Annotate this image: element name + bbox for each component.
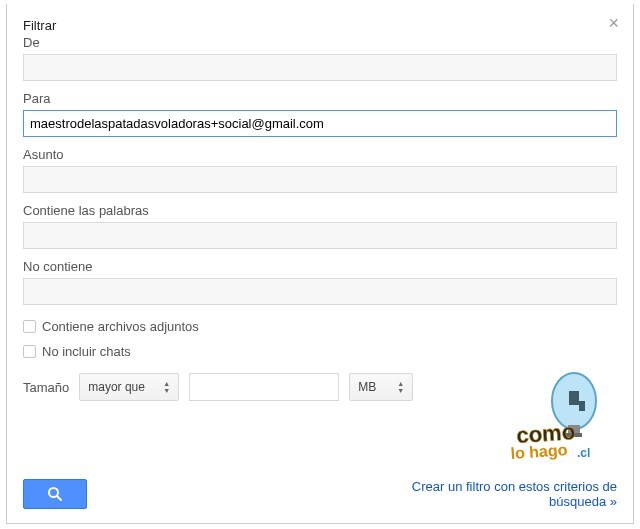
from-input[interactable] xyxy=(23,54,617,81)
chevron-updown-icon: ▲▼ xyxy=(163,380,170,394)
size-unit-select[interactable]: MB ▲▼ xyxy=(349,373,413,401)
subject-input[interactable] xyxy=(23,166,617,193)
size-label: Tamaño xyxy=(23,380,69,395)
subject-label: Asunto xyxy=(23,147,617,162)
svg-line-7 xyxy=(57,496,61,500)
size-operator-value: mayor que xyxy=(88,380,145,394)
to-label: Para xyxy=(23,91,617,106)
exclude-chats-label: No incluir chats xyxy=(42,344,131,359)
has-attachment-row[interactable]: Contiene archivos adjuntos xyxy=(23,319,617,334)
size-value-input[interactable] xyxy=(189,373,339,401)
svg-text:lo hago: lo hago xyxy=(510,441,568,462)
has-attachment-checkbox[interactable] xyxy=(23,320,36,333)
exclude-chats-row[interactable]: No incluir chats xyxy=(23,344,617,359)
has-words-input[interactable] xyxy=(23,222,617,249)
has-attachment-label: Contiene archivos adjuntos xyxy=(42,319,199,334)
doesnt-have-label: No contiene xyxy=(23,259,617,274)
chevron-updown-icon: ▲▼ xyxy=(397,380,404,394)
size-operator-select[interactable]: mayor que ▲▼ xyxy=(79,373,179,401)
svg-text:.cl: .cl xyxy=(577,446,590,460)
size-unit-value: MB xyxy=(358,380,376,394)
search-icon xyxy=(47,486,63,502)
search-button[interactable] xyxy=(23,479,87,509)
dialog-title: Filtrar xyxy=(23,18,617,33)
doesnt-have-input[interactable] xyxy=(23,278,617,305)
watermark-logo: como lo hago .cl xyxy=(469,371,609,467)
has-words-label: Contiene las palabras xyxy=(23,203,617,218)
filter-dialog: × Filtrar De Para Asunto Contiene las pa… xyxy=(6,4,634,524)
exclude-chats-checkbox[interactable] xyxy=(23,345,36,358)
dialog-footer: Crear un filtro con estos criterios de b… xyxy=(23,479,617,509)
from-label: De xyxy=(23,35,617,50)
create-filter-link[interactable]: Crear un filtro con estos criterios de b… xyxy=(357,479,617,509)
close-icon[interactable]: × xyxy=(608,14,619,32)
to-input[interactable] xyxy=(23,110,617,137)
